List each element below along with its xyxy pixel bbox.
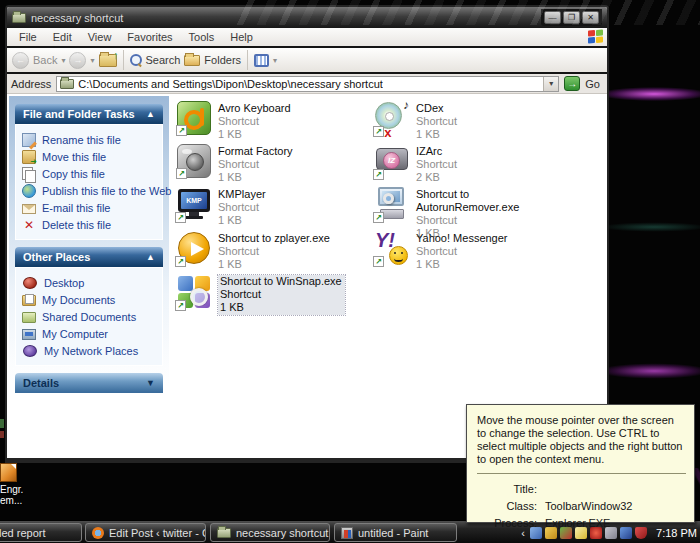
copy-icon <box>22 167 36 181</box>
row-label: Title: <box>477 483 537 495</box>
place-my-computer[interactable]: My Computer <box>22 325 158 342</box>
cdex-icon: ♪ex ↗ <box>375 101 409 135</box>
chevron-up-icon[interactable]: ▲ <box>146 252 155 262</box>
back-dropdown-caret[interactable]: ▾ <box>61 56 65 65</box>
file-item-kmplayer[interactable]: KMP ↗ KMPlayer Shortcut 1 KB <box>177 187 373 227</box>
place-label[interactable]: Shared Documents <box>42 311 136 323</box>
toolbar: ← Back ▾ → ▾ Search Folders ▾ <box>7 46 607 74</box>
place-my-network[interactable]: My Network Places <box>22 342 158 359</box>
file-type: Shortcut <box>416 214 571 227</box>
go-icon[interactable]: → <box>564 76 580 91</box>
place-label[interactable]: My Computer <box>42 328 108 340</box>
place-desktop[interactable]: Desktop <box>22 274 158 291</box>
windows-logo-icon <box>588 29 603 44</box>
file-item-format-factory[interactable]: ↗ Format Factory Shortcut 1 KB <box>177 144 373 184</box>
panel-header[interactable]: File and Folder Tasks ▲ <box>15 104 163 124</box>
file-item-avro-keyboard[interactable]: ↗ Avro Keyboard Shortcut 1 KB <box>177 101 373 141</box>
place-shared-documents[interactable]: Shared Documents <box>22 308 158 325</box>
menu-help[interactable]: Help <box>222 30 261 44</box>
my-computer-icon <box>22 329 36 340</box>
folders-icon[interactable] <box>184 55 200 66</box>
task-label[interactable]: Move this file <box>42 151 106 163</box>
shortcut-arrow-icon: ↗ <box>176 168 187 179</box>
file-item-zplayer[interactable]: ↗ Shortcut to zplayer.exe Shortcut 1 KB <box>177 231 373 271</box>
task-label[interactable]: Rename this file <box>42 134 121 146</box>
back-label[interactable]: Back <box>33 54 57 66</box>
panel-header[interactable]: Details ▼ <box>15 373 163 393</box>
shortcut-arrow-icon: ↗ <box>373 256 384 267</box>
title-bar[interactable]: necessary shortcut — ❐ ✕ <box>7 7 607 28</box>
taskbar-button-label: untitled - Paint <box>358 527 428 539</box>
place-label[interactable]: Desktop <box>44 277 84 289</box>
menu-view[interactable]: View <box>80 30 120 44</box>
desktop-shortcut-partial[interactable]: Engr. em... <box>0 463 46 506</box>
address-input[interactable]: C:\Documents and Settings\Dipon\Desktop\… <box>56 76 559 92</box>
place-label[interactable]: My Network Places <box>44 345 138 357</box>
row-value: Explorer.EXE <box>545 517 610 529</box>
file-item-winsnap[interactable]: ↗ Shortcut to WinSnap.exe Shortcut 1 KB <box>177 275 373 315</box>
folder-icon <box>60 79 74 89</box>
my-network-places-icon <box>23 345 37 357</box>
menu-favorites[interactable]: Favorites <box>119 30 180 44</box>
search-icon[interactable] <box>130 54 142 66</box>
panel-header[interactable]: Other Places ▲ <box>15 247 163 267</box>
task-email-file[interactable]: E-mail this file <box>22 199 158 216</box>
taskbar-button-label: necessary shortcut <box>236 527 328 539</box>
file-item-cdex[interactable]: ♪ex ↗ CDex Shortcut 1 KB <box>375 101 571 141</box>
forward-dropdown-caret[interactable]: ▾ <box>90 56 94 65</box>
details-panel: Details ▼ <box>15 373 163 393</box>
shortcut-arrow-icon: ↗ <box>175 300 186 311</box>
file-name: Avro Keyboard <box>218 102 291 115</box>
teal-light-streak <box>598 220 700 234</box>
task-rename-file[interactable]: Rename this file <box>22 131 158 148</box>
task-label[interactable]: Delete this file <box>42 219 111 231</box>
address-dropdown-caret[interactable]: ▾ <box>543 77 558 91</box>
task-copy-file[interactable]: Copy this file <box>22 165 158 182</box>
go-label[interactable]: Go <box>585 78 603 90</box>
panel-title: Other Places <box>23 251 90 263</box>
task-label[interactable]: Copy this file <box>42 168 105 180</box>
place-my-documents[interactable]: My Documents <box>22 291 158 308</box>
maximize-button[interactable]: ❐ <box>563 11 580 24</box>
taskbar-button-necessary-shortcut[interactable]: necessary shortcut <box>210 523 330 542</box>
task-label[interactable]: Publish this file to the Web <box>42 185 171 197</box>
folders-label[interactable]: Folders <box>204 54 241 66</box>
forward-icon[interactable]: → <box>69 52 86 69</box>
chevron-down-icon[interactable]: ▼ <box>146 378 155 388</box>
task-delete-file[interactable]: ✕Delete this file <box>22 216 158 233</box>
row-value: ToolbarWindow32 <box>545 500 632 512</box>
search-label[interactable]: Search <box>146 54 181 66</box>
clipped-desktop-icon <box>0 431 4 438</box>
minimize-button[interactable]: — <box>544 11 561 24</box>
up-one-level-icon[interactable] <box>99 54 117 67</box>
file-name: Format Factory <box>218 145 293 158</box>
file-size: 1 KB <box>220 301 342 314</box>
file-size: 1 KB <box>218 258 330 271</box>
file-item-yahoo-messenger[interactable]: Y! ↗ Yahoo! Messenger Shortcut 1 KB <box>375 231 571 271</box>
back-icon[interactable]: ← <box>12 52 29 69</box>
menu-tools[interactable]: Tools <box>181 30 223 44</box>
menu-bar: File Edit View Favorites Tools Help <box>7 28 607 46</box>
taskbar-button-paint[interactable]: untitled - Paint <box>334 523 457 542</box>
other-places-panel: Other Places ▲ Desktop My Documents Shar… <box>15 247 163 366</box>
taskbar-button-report[interactable]: led report <box>0 523 82 542</box>
task-label[interactable]: E-mail this file <box>42 202 110 214</box>
menu-file[interactable]: File <box>11 30 45 44</box>
views-dropdown-caret[interactable]: ▾ <box>273 56 277 65</box>
file-size: 1 KB <box>218 214 266 227</box>
file-item-izarc[interactable]: IZ↗ IZArc Shortcut 2 KB <box>375 144 571 184</box>
shortcut-arrow-icon: ↗ <box>175 212 186 223</box>
close-button[interactable]: ✕ <box>582 11 599 24</box>
file-type: Shortcut <box>218 201 266 214</box>
task-publish-file[interactable]: Publish this file to the Web <box>22 182 158 199</box>
place-label[interactable]: My Documents <box>42 294 115 306</box>
my-documents-icon <box>22 295 36 306</box>
row-label: Process: <box>477 517 537 529</box>
views-icon[interactable] <box>254 54 269 67</box>
taskbar-button-browser[interactable]: Edit Post ‹ twitter - C... <box>85 523 206 542</box>
menu-edit[interactable]: Edit <box>45 30 80 44</box>
chevron-up-icon[interactable]: ▲ <box>146 109 155 119</box>
inspector-message: Move the mouse pointer over the screen t… <box>477 414 686 466</box>
task-move-file[interactable]: Move this file <box>22 148 158 165</box>
browser-icon <box>92 527 104 539</box>
